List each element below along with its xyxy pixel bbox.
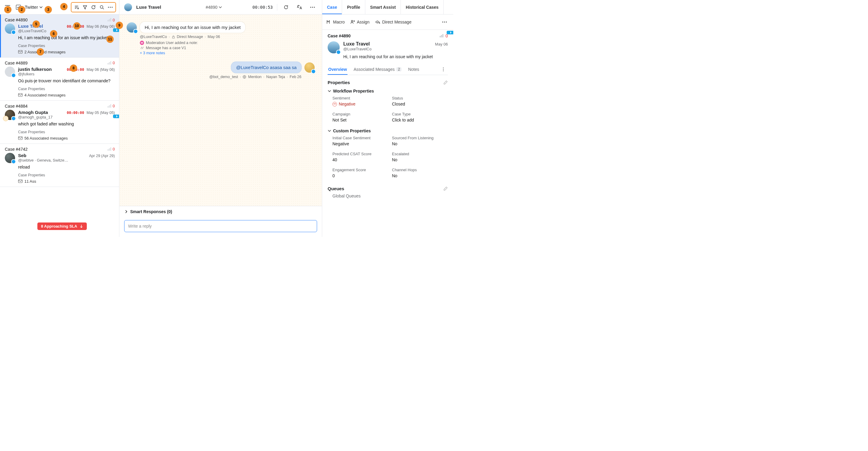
bar-icon (107, 147, 112, 151)
case-associated[interactable]: 11 Ass (18, 179, 115, 184)
case-associated-label: 56 Associated messages (24, 136, 68, 141)
property-label: Status (392, 96, 448, 100)
details-tab-smart-assist[interactable]: Smart Assist (365, 0, 401, 14)
svg-point-22 (312, 7, 313, 7)
subtab-associated[interactable]: Associated Messages 2 (353, 64, 402, 75)
case-list-header: Twitter (0, 0, 119, 14)
case-name: Amogh Gupta (18, 110, 48, 115)
case-number: Case #4884 (5, 104, 28, 109)
case-associated[interactable]: 56 Associated messages (18, 136, 115, 141)
case-extra-location: · Geneva, Switze… (35, 158, 68, 162)
workflow-section-toggle[interactable]: Workflow Properties (328, 89, 448, 93)
svg-point-3 (110, 7, 111, 7)
case-item[interactable]: Case #4890 0 Luxe Travel 00:00:00 May 06… (0, 14, 119, 58)
subtabs-more[interactable] (439, 65, 448, 74)
case-metric: 0 (107, 147, 115, 151)
direct-message-action[interactable]: Direct Message (375, 20, 411, 24)
case-associated[interactable]: 2 Associated messages (18, 50, 115, 54)
property-cell[interactable]: Channel Hops No (392, 168, 448, 178)
edit-icon[interactable] (443, 186, 448, 191)
property-cell[interactable]: Sentiment Negative (333, 96, 389, 107)
property-value: Negative (333, 141, 389, 146)
property-cell[interactable]: Engagement Score 0 (333, 168, 389, 178)
case-associated[interactable]: 4 Associated messages (18, 93, 115, 97)
details-actions-more[interactable] (440, 18, 449, 27)
subtab-associated-label: Associated Messages (353, 67, 395, 72)
more-notes-link[interactable]: + 3 more notes (140, 51, 245, 55)
workflow-properties: Sentiment Negative Status Closed Campaig… (333, 96, 448, 122)
list-toolbox (71, 2, 116, 12)
case-name: Seb (18, 153, 27, 158)
queues-global-label: Global Queues (333, 193, 448, 199)
svg-point-23 (314, 7, 315, 7)
svg-rect-14 (109, 105, 110, 108)
details-tab-profile[interactable]: Profile (342, 0, 365, 14)
case-handle: @sebtve · Geneva, Switze… (18, 158, 115, 162)
case-number: Case #4889 (5, 61, 28, 65)
property-cell[interactable]: Predicted CSAT Score 40 (333, 152, 389, 162)
filter-button[interactable] (81, 3, 89, 11)
details-actions: Macro Assign Direct Message (322, 14, 453, 30)
svg-rect-8 (19, 50, 22, 53)
message-bubble[interactable]: @LuxeTravelCo asasa saa sa (231, 62, 301, 73)
property-cell[interactable]: Sourced From Listening No (392, 136, 448, 146)
case-avatar (5, 153, 15, 163)
edit-icon[interactable] (443, 80, 448, 85)
property-cell[interactable]: Escalated No (392, 152, 448, 162)
custom-section-label: Custom Properties (333, 128, 371, 133)
details-tab-historical-cases[interactable]: Historical Cases (401, 0, 444, 14)
svg-rect-32 (442, 34, 443, 37)
assign-action[interactable]: Assign (350, 20, 370, 24)
annotation-7: 7 (37, 48, 44, 56)
summary-name: Luxe Travel (343, 41, 372, 47)
macro-action[interactable]: Macro (327, 20, 345, 24)
refresh-conversation-button[interactable] (281, 3, 290, 12)
svg-point-34 (443, 69, 444, 70)
case-metric: 0 (107, 61, 115, 65)
sla-warning-pill[interactable]: 8 Approaching SLA (37, 222, 87, 230)
case-list[interactable]: Case #4890 0 Luxe Travel 00:00:00 May 06… (0, 14, 119, 237)
details-tab-case[interactable]: Case (322, 0, 342, 14)
property-cell[interactable]: Initial Case Sentiment Negative (333, 136, 389, 146)
bar-icon (107, 18, 112, 22)
case-item[interactable]: Case #4889 0 justin fulkerson 00:00:00 M… (0, 58, 119, 101)
conversation-case-number: #4890 (206, 5, 218, 10)
conversation-case-dropdown[interactable]: #4890 (206, 5, 222, 10)
details-body[interactable]: Case #4890 0 Luxe Travel @LuxeTravelCo M… (322, 30, 453, 237)
envelope-icon (18, 136, 23, 140)
thread-area[interactable]: Hi, I am reaching out for an issue with … (119, 14, 322, 206)
property-value: Not Set (333, 118, 389, 122)
search-button[interactable] (98, 3, 106, 11)
case-metric: 0 (107, 104, 115, 108)
property-label: Sentiment (333, 96, 389, 100)
case-properties-label: Case Properties (18, 44, 115, 48)
reply-input[interactable]: Write a reply (124, 220, 317, 232)
channel-selector[interactable]: Twitter (25, 4, 43, 10)
case-item[interactable]: Case #4884 0 Amogh Gupta 00:00:00 May 05… (0, 101, 119, 144)
more-button[interactable] (106, 3, 114, 11)
translate-button[interactable] (295, 3, 304, 12)
subtab-notes[interactable]: Notes (407, 64, 420, 75)
case-snippet: reload (18, 164, 115, 170)
case-item[interactable]: Case #4742 0 Seb Apr 29 (Apr 29) (0, 144, 119, 187)
smart-responses-toggle[interactable]: Smart Responses (0) (119, 206, 322, 217)
message-bubble[interactable]: Hi, I am reaching out for an issue with … (140, 22, 245, 33)
message-avatar (127, 22, 137, 33)
arrow-down-icon (80, 224, 83, 228)
subtab-overview[interactable]: Overview (328, 64, 347, 75)
case-handle: @amogh_gupta_17 (18, 115, 115, 119)
property-value: No (392, 173, 448, 178)
refresh-button[interactable] (90, 3, 97, 11)
conversation-more-button[interactable] (308, 3, 317, 12)
property-cell[interactable]: Case Type Click to add (392, 112, 448, 122)
sla-label: 8 Approaching SLA (41, 224, 77, 229)
mod-badge-icon: M (140, 41, 144, 45)
case-date: May 06 (May 06) (87, 24, 115, 29)
sort-button[interactable] (73, 3, 81, 11)
custom-section-toggle[interactable]: Custom Properties (328, 128, 448, 133)
property-value: No (392, 157, 448, 162)
property-cell[interactable]: Status Closed (392, 96, 448, 107)
reply-tag (113, 115, 119, 118)
property-cell[interactable]: Campaign Not Set (333, 112, 389, 122)
case-snippet: Hi, I am reaching out for an issue with … (18, 35, 115, 41)
